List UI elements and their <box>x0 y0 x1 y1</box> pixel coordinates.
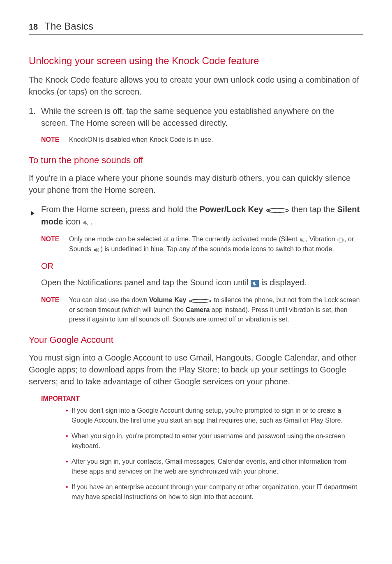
bullet-item: If you don't sign into a Google Account … <box>66 406 363 425</box>
step-text-b: then tap the <box>289 205 337 214</box>
knock-code-note: NOTE KnockON is disabled when Knock Code… <box>41 135 363 144</box>
note-label: NOTE <box>41 234 69 254</box>
important-list: If you don't sign into a Google Account … <box>66 406 363 502</box>
or-separator: OR <box>41 261 363 271</box>
vibration-icon <box>337 235 344 244</box>
step-text-d: . <box>90 217 92 226</box>
sound-panel-icon <box>251 277 259 289</box>
page-number: 18 <box>29 22 38 32</box>
power-lock-key-label: Power/Lock Key <box>200 205 263 214</box>
note-body: You can also use the down Volume Key to … <box>69 295 363 324</box>
step-text-c: icon <box>63 217 83 226</box>
page-content: 18 The Basics Unlocking your screen usin… <box>0 0 392 532</box>
knock-code-step1: 1. While the screen is off, tap the same… <box>29 105 363 129</box>
camera-app-label: Camera <box>186 306 210 313</box>
silent-mode-icon <box>83 217 90 229</box>
note-body: Only one mode can be selected at a time.… <box>69 234 363 254</box>
power-key-icon <box>265 204 289 216</box>
note-label: NOTE <box>41 295 69 324</box>
svg-rect-4 <box>339 238 342 242</box>
bullet-item: When you sign in, you're prompted to ent… <box>66 431 363 451</box>
note-label: NOTE <box>41 135 69 144</box>
volume-key-label: Volume Key <box>149 296 186 303</box>
heading-knock-code: Unlocking your screen using the Knock Co… <box>29 55 363 67</box>
bullet-item: After you sign in, your contacts, Gmail … <box>66 457 363 476</box>
silent-icon <box>299 235 306 244</box>
chapter-title: The Basics <box>44 21 93 32</box>
svg-marker-0 <box>31 211 35 215</box>
sounds-off-intro: If you're in a place where your phone so… <box>29 172 363 196</box>
step-text-a: From the Home screen, press and hold the <box>41 205 200 214</box>
sounds-note-1: NOTE Only one mode can be selected at a … <box>41 234 363 254</box>
sounds-note-2: NOTE You can also use the down Volume Ke… <box>41 295 363 324</box>
sounds-off-step: From the Home screen, press and hold the… <box>29 203 363 228</box>
google-intro: You must sign into a Google Account to u… <box>29 352 363 388</box>
knock-code-intro: The Knock Code feature allows you to cre… <box>29 74 363 98</box>
volume-key-icon <box>188 296 212 305</box>
heading-google-account: Your Google Account <box>29 335 363 345</box>
sounds-icon <box>93 245 101 254</box>
bullet-item: If you have an enterprise account throug… <box>66 482 363 502</box>
page-header: 18 The Basics <box>29 21 363 35</box>
heading-sounds-off: To turn the phone sounds off <box>29 155 363 166</box>
step-text: While the screen is off, tap the same se… <box>41 106 334 127</box>
note-body: KnockON is disabled when Knock Code is i… <box>69 135 363 144</box>
important-label: IMPORTANT <box>41 395 363 402</box>
step-number: 1. <box>29 105 36 117</box>
triangle-bullet-icon <box>31 207 35 219</box>
sounds-alt-step: Open the Notifications panel and tap the… <box>41 277 363 289</box>
